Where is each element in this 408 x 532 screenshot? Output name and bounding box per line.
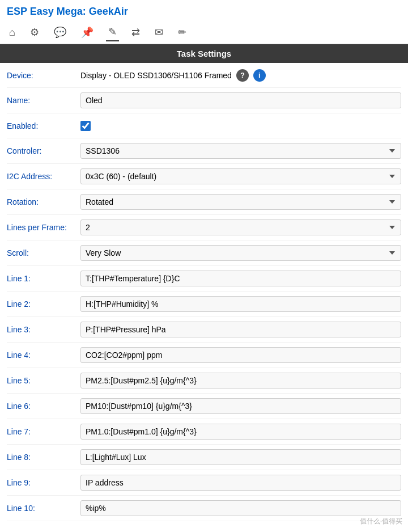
device-label: Device: (7, 71, 80, 80)
enabled-row: Enabled: (7, 113, 401, 138)
rotation-row: Rotation: Normal Rotated (7, 189, 401, 215)
line7-value (80, 424, 401, 440)
line2-value (80, 296, 401, 312)
line2-row: Line 2: (7, 292, 401, 317)
nav-bar: ⌂ ⚙ 💬 📌 ✎ ⇄ ✉ ✏ (0, 21, 408, 44)
line1-value (80, 271, 401, 286)
task-settings-header: Task Settings (0, 44, 408, 63)
name-input[interactable] (80, 92, 401, 108)
line6-label: Line 6: (7, 402, 80, 411)
line1-input[interactable] (80, 271, 401, 286)
i2c-select[interactable]: 0x3C (60) - (default) 0x3D (61) (80, 168, 401, 184)
line7-label: Line 7: (7, 427, 80, 436)
enabled-value (80, 121, 401, 131)
rotation-select[interactable]: Normal Rotated (80, 194, 401, 210)
device-text: Display - OLED SSD1306/SH1106 Framed (80, 71, 232, 80)
line6-row: Line 6: (7, 394, 401, 419)
page-title: ESP Easy Mega: GeekAir (7, 6, 401, 18)
name-row: Name: (7, 88, 401, 113)
line7-input[interactable] (80, 424, 401, 440)
controller-label: Controler: (7, 146, 80, 155)
enabled-checkbox[interactable] (80, 121, 91, 131)
lines-per-frame-label: Lines per Frame: (7, 223, 80, 232)
name-label: Name: (7, 96, 80, 105)
line8-value (80, 449, 401, 465)
i2c-row: I2C Address: 0x3C (60) - (default) 0x3D … (7, 164, 401, 189)
line3-label: Line 3: (7, 325, 80, 334)
line10-value (80, 500, 401, 516)
line4-label: Line 4: (7, 351, 80, 360)
line10-row: Line 10: (7, 496, 401, 521)
rotation-value: Normal Rotated (80, 194, 401, 210)
gear-icon[interactable]: ⚙ (28, 24, 41, 41)
line1-row: Line 1: (7, 266, 401, 292)
name-value (80, 92, 401, 108)
line10-label: Line 10: (7, 504, 80, 513)
title-bar: ESP Easy Mega: GeekAir (0, 0, 408, 21)
line6-input[interactable] (80, 398, 401, 414)
line3-row: Line 3: (7, 317, 401, 343)
line4-input[interactable] (80, 347, 401, 363)
controller-select[interactable]: SSD1306 SH1106 (80, 143, 401, 159)
lines-per-frame-select[interactable]: 1 2 4 (80, 219, 401, 235)
scroll-row: Scroll: Very Slow Slow Medium Fast (7, 240, 401, 266)
line5-value (80, 373, 401, 389)
line7-row: Line 7: (7, 419, 401, 445)
i2c-label: I2C Address: (7, 172, 80, 181)
controller-value: SSD1306 SH1106 (80, 143, 401, 159)
help-icon[interactable]: ? (236, 69, 249, 82)
line5-label: Line 5: (7, 376, 80, 385)
i2c-value: 0x3C (60) - (default) 0x3D (61) (80, 168, 401, 184)
form-body: Device: Display - OLED SSD1306/SH1106 Fr… (0, 63, 408, 521)
scroll-value: Very Slow Slow Medium Fast (80, 245, 401, 261)
line2-input[interactable] (80, 296, 401, 312)
scroll-select[interactable]: Very Slow Slow Medium Fast (80, 245, 401, 261)
arrow-right-icon[interactable]: ⇄ (129, 24, 142, 41)
lines-per-frame-row: Lines per Frame: 1 2 4 (7, 215, 401, 240)
pin-icon[interactable]: 📌 (79, 24, 96, 41)
line5-input[interactable] (80, 373, 401, 389)
line3-input[interactable] (80, 322, 401, 337)
line3-value (80, 322, 401, 337)
info-icon[interactable]: i (253, 69, 266, 82)
line8-row: Line 8: (7, 445, 401, 470)
edit-icon[interactable]: ✏ (176, 24, 189, 41)
line2-label: Line 2: (7, 299, 80, 309)
chat-icon[interactable]: 💬 (52, 24, 69, 41)
lines-per-frame-value: 1 2 4 (80, 219, 401, 235)
mail-icon[interactable]: ✉ (152, 24, 165, 41)
pencil-icon[interactable]: ✎ (106, 23, 119, 41)
rotation-label: Rotation: (7, 197, 80, 206)
scroll-label: Scroll: (7, 248, 80, 257)
line10-input[interactable] (80, 500, 401, 516)
controller-row: Controler: SSD1306 SH1106 (7, 138, 401, 164)
line1-label: Line 1: (7, 274, 80, 283)
line9-value (80, 475, 401, 491)
enabled-label: Enabled: (7, 121, 80, 130)
device-value: Display - OLED SSD1306/SH1106 Framed ? i (80, 69, 401, 82)
line6-value (80, 398, 401, 414)
home-icon[interactable]: ⌂ (7, 24, 18, 41)
line9-row: Line 9: (7, 470, 401, 496)
line4-value (80, 347, 401, 363)
line9-label: Line 9: (7, 478, 80, 487)
line8-label: Line 8: (7, 453, 80, 462)
device-row: Device: Display - OLED SSD1306/SH1106 Fr… (7, 63, 401, 88)
line5-row: Line 5: (7, 368, 401, 394)
line9-input[interactable] (80, 475, 401, 491)
line8-input[interactable] (80, 449, 401, 465)
line4-row: Line 4: (7, 343, 401, 368)
